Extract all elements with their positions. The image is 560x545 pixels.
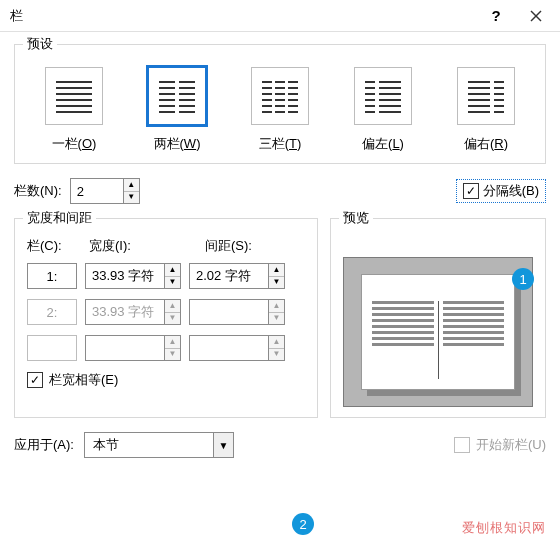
close-icon — [530, 10, 542, 22]
width-1-spinner[interactable]: ▲▼ — [85, 263, 181, 289]
two-columns-icon — [148, 67, 206, 125]
spinner-up-button: ▲ — [269, 336, 284, 349]
spinner-up-button: ▲ — [269, 300, 284, 313]
columns-count-label: 栏数(N): — [14, 182, 62, 200]
preset-right[interactable]: 偏右(R) — [441, 67, 531, 153]
width-row: 1: ▲▼ ▲▼ — [27, 263, 305, 289]
spinner-down-button[interactable]: ▼ — [124, 192, 139, 204]
dialog-client: 预设 一栏(O) — [0, 32, 560, 464]
equal-width-label: 栏宽相等(E) — [49, 371, 118, 389]
preset-label: 偏左(L) — [362, 135, 404, 153]
checkbox-icon — [463, 183, 479, 199]
column-index-2: 2: — [27, 299, 77, 325]
preview-box — [343, 257, 533, 407]
preset-three-columns[interactable]: 三栏(T) — [235, 67, 325, 153]
spacing-2-input — [190, 300, 268, 324]
apply-to-label: 应用于(A): — [14, 436, 74, 454]
spinner-up-button[interactable]: ▲ — [269, 264, 284, 277]
columns-count-input[interactable] — [71, 179, 123, 203]
width-2-input — [86, 300, 164, 324]
one-column-icon — [45, 67, 103, 125]
width-header-label: 宽度(I): — [89, 237, 197, 255]
presets-legend: 预设 — [23, 35, 57, 53]
watermark: 爱刨根知识网 — [462, 519, 546, 537]
start-new-column-checkbox: 开始新栏(U) — [454, 436, 546, 454]
presets-row: 一栏(O) 两栏(W) — [27, 63, 533, 153]
spinner-up-button[interactable]: ▲ — [165, 264, 180, 277]
spinner-down-button: ▼ — [269, 313, 284, 325]
width-3-spinner: ▲▼ — [85, 335, 181, 361]
mid-row: 宽度和间距 栏(C): 宽度(I): 间距(S): 1: ▲▼ ▲▼ — [14, 212, 546, 418]
presets-group: 预设 一栏(O) — [14, 44, 546, 164]
width-header: 栏(C): 宽度(I): 间距(S): — [27, 237, 305, 255]
width-1-input[interactable] — [86, 264, 164, 288]
spinner-up-button[interactable]: ▲ — [124, 179, 139, 192]
help-button[interactable]: ? — [476, 0, 516, 32]
spinner-up-button: ▲ — [165, 300, 180, 313]
apply-row: 应用于(A): 本节 ▼ 开始新栏(U) — [14, 432, 546, 458]
left-icon — [354, 67, 412, 125]
width-spacing-group: 宽度和间距 栏(C): 宽度(I): 间距(S): 1: ▲▼ ▲▼ — [14, 218, 318, 418]
preset-label: 偏右(R) — [464, 135, 508, 153]
close-button[interactable] — [516, 0, 556, 32]
column-index-3 — [27, 335, 77, 361]
window-title: 栏 — [10, 7, 476, 25]
equal-width-checkbox[interactable]: 栏宽相等(E) — [27, 371, 305, 389]
spacing-3-input — [190, 336, 268, 360]
right-icon — [457, 67, 515, 125]
spinner-up-button: ▲ — [165, 336, 180, 349]
spinner-down-button: ▼ — [269, 349, 284, 361]
separator-label: 分隔线(B) — [483, 182, 539, 200]
preset-label: 两栏(W) — [154, 135, 201, 153]
checkbox-icon — [454, 437, 470, 453]
spinner-down-button: ▼ — [165, 313, 180, 325]
titlebar: 栏 ? — [0, 0, 560, 32]
width-2-spinner: ▲▼ — [85, 299, 181, 325]
start-new-column-label: 开始新栏(U) — [476, 436, 546, 454]
preview-page-icon — [361, 274, 515, 389]
separator-checkbox[interactable]: 分隔线(B) — [456, 179, 546, 203]
spacing-1-input[interactable] — [190, 264, 268, 288]
column-index-1: 1: — [27, 263, 77, 289]
preset-label: 三栏(T) — [259, 135, 302, 153]
columns-row: 栏数(N): ▲ ▼ 分隔线(B) — [14, 178, 546, 204]
spinner-down-button[interactable]: ▼ — [165, 277, 180, 289]
annotation-badge-2: 2 — [292, 513, 314, 535]
chevron-down-icon[interactable]: ▼ — [213, 433, 233, 457]
annotation-badge-1: 1 — [512, 268, 534, 290]
apply-to-dropdown[interactable]: 本节 ▼ — [84, 432, 234, 458]
spacing-3-spinner: ▲▼ — [189, 335, 285, 361]
spacing-2-spinner: ▲▼ — [189, 299, 285, 325]
preset-left[interactable]: 偏左(L) — [338, 67, 428, 153]
spacing-header-label: 间距(S): — [205, 237, 305, 255]
preview-legend: 预览 — [339, 209, 373, 227]
width-row: 2: ▲▼ ▲▼ — [27, 299, 305, 325]
checkbox-icon — [27, 372, 43, 388]
preset-two-columns[interactable]: 两栏(W) — [132, 67, 222, 153]
preset-one-column[interactable]: 一栏(O) — [29, 67, 119, 153]
width-3-input — [86, 336, 164, 360]
apply-to-value: 本节 — [85, 433, 213, 457]
width-row: ▲▼ ▲▼ — [27, 335, 305, 361]
width-legend: 宽度和间距 — [23, 209, 96, 227]
spacing-1-spinner[interactable]: ▲▼ — [189, 263, 285, 289]
preset-label: 一栏(O) — [52, 135, 97, 153]
columns-count-spinner[interactable]: ▲ ▼ — [70, 178, 140, 204]
col-header: 栏(C): — [27, 237, 81, 255]
spinner-down-button[interactable]: ▼ — [269, 277, 284, 289]
spinner-down-button: ▼ — [165, 349, 180, 361]
preview-group: 预览 — [330, 218, 546, 418]
three-columns-icon — [251, 67, 309, 125]
